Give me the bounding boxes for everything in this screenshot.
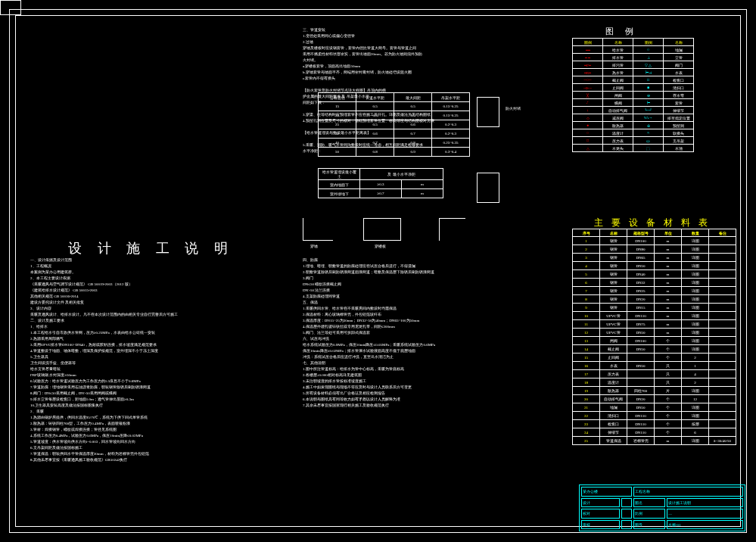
detail-diagram-1 — [477, 97, 499, 127]
tb-no: 水施-01 — [667, 520, 743, 530]
mid-bot-text: 四、防腐 1.埋地、暗埋、明敷管道的防腐处理应在试压合格后进行，不得遗漏 2.明… — [303, 257, 552, 409]
tb-dwg: 设计施工说明 — [667, 498, 743, 508]
materials-table: 序号名称规格型号单位数量备注1钢管DN100m详图2钢管DN80m详图3钢管DN… — [572, 229, 736, 445]
detail-diagram-2 — [477, 173, 499, 203]
embed-table-1: 公称直径管道水平距最大间距吊架水平距150.50.50.15~0.25200.5… — [318, 92, 470, 157]
left-text: 一、设计依据及设计范围 1、工程概况 本案例为某办公用建筑群。 2、本工程主要设… — [30, 257, 272, 463]
tb-proj: 某办公楼 — [581, 487, 632, 497]
detail-label-1: 防火封堵 — [506, 106, 521, 111]
embed-table-2: 给水管道埋设最小覆土及 最小水平净距室内地面下≥0.3m室外绿地下≥0.7m — [318, 168, 443, 198]
main-title: 设 计 施 工 说 明 — [68, 239, 234, 257]
detail-sketch-2 — [363, 218, 401, 241]
detail-sketch-3 — [439, 218, 465, 241]
sketch-label-1: 穿墙 — [310, 244, 318, 248]
legend-title: 图 例 — [605, 26, 638, 37]
materials-title: 主 要 设 备 材 料 表 — [594, 216, 711, 229]
title-block: 某办公楼工程名称 设计图名设计施工说明 校对比例— 审核图号水施-01 — [579, 484, 745, 531]
legend-table: 图例名称图例名称━━给水管○地漏━ ━排水管⊥立管━P━排污管▽ △阀门━R━热… — [572, 38, 694, 152]
sketch-label-2: 穿楼板 — [375, 244, 386, 248]
detail-sketch-1 — [303, 218, 333, 241]
